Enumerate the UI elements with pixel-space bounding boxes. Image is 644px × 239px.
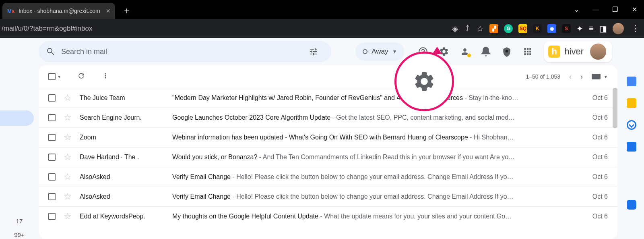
search-tune-icon[interactable] bbox=[309, 47, 318, 56]
extensions-puzzle-icon[interactable]: ✦ bbox=[576, 24, 583, 33]
ext-analytics-icon[interactable]: ▞ bbox=[489, 24, 498, 33]
subject-line: Would you stick, or Bonanza? - And The T… bbox=[172, 154, 584, 161]
bookmark-icon[interactable]: ☆ bbox=[477, 24, 484, 33]
ext-recorder-icon[interactable]: ◉ bbox=[547, 24, 556, 33]
minimize-icon[interactable]: — bbox=[586, 6, 605, 13]
row-checkbox[interactable] bbox=[48, 114, 56, 121]
tab-dropdown-icon[interactable]: ⌄ bbox=[567, 6, 586, 13]
hiver-shield-icon[interactable] bbox=[502, 46, 512, 57]
side-panel-icon[interactable]: ◨ bbox=[599, 24, 607, 33]
email-date: Oct 6 bbox=[584, 213, 608, 220]
search-placeholder: Search in mail bbox=[61, 48, 107, 56]
subject-line: My thoughts on the Google Helpful Conten… bbox=[172, 213, 584, 220]
tab-title: Inbox - shobhana.m@grexit.com bbox=[19, 8, 103, 14]
chrome-menu-icon[interactable]: ⋮ bbox=[631, 23, 640, 34]
page-info: 1–50 of 1,053 bbox=[526, 73, 560, 80]
nav-count-a: 17 bbox=[0, 214, 39, 228]
subject-line: Webinar information has been updated - W… bbox=[172, 134, 584, 141]
email-date: Oct 6 bbox=[584, 134, 608, 141]
status-chip[interactable]: Away ▼ bbox=[355, 42, 404, 61]
scrollbar[interactable] bbox=[613, 88, 617, 128]
prev-page-icon[interactable]: ‹ bbox=[569, 73, 572, 81]
nav-count-b: 99+ bbox=[0, 228, 39, 239]
sender: AlsoAsked bbox=[80, 193, 172, 200]
calendar-icon[interactable] bbox=[627, 77, 636, 86]
ext-grammarly-icon[interactable]: G bbox=[504, 24, 513, 33]
inbox-toolbar: ▼ 1–50 of 1,053 ‹ › ▼ bbox=[39, 65, 617, 88]
hiver-label: hiver bbox=[564, 46, 584, 57]
star-icon[interactable]: ☆ bbox=[64, 172, 72, 182]
ext-seo-icon[interactable]: SQ bbox=[518, 24, 527, 33]
status-dot-icon bbox=[363, 49, 367, 54]
email-row[interactable]: ☆Dave Harland · The .Would you stick, or… bbox=[39, 147, 617, 167]
url-text[interactable]: /mail/u/0/?tab=rm&ogbl#inbox bbox=[2, 25, 452, 33]
extension-icons: ▞ G SQ K ◉ S ✦ ≡ ◨ bbox=[489, 23, 624, 34]
star-icon[interactable]: ☆ bbox=[64, 152, 72, 162]
sender: Zoom bbox=[80, 134, 172, 141]
nav-selected-item[interactable] bbox=[0, 110, 34, 126]
sender: The Juice Team bbox=[80, 94, 172, 102]
star-icon[interactable]: ☆ bbox=[64, 132, 72, 143]
apps-grid-icon[interactable] bbox=[522, 46, 533, 57]
ext-k-icon[interactable]: K bbox=[533, 24, 542, 33]
hiver-avatar[interactable] bbox=[590, 44, 606, 60]
star-icon[interactable]: ☆ bbox=[64, 191, 72, 202]
addon-icon[interactable] bbox=[627, 200, 636, 210]
email-row[interactable]: ☆AlsoAskedVerify Email Change - Hello! P… bbox=[39, 187, 617, 206]
hiver-button[interactable]: h hiver bbox=[544, 41, 612, 62]
profile-avatar-icon[interactable] bbox=[613, 23, 624, 34]
email-row[interactable]: ☆The Juice Team"Modern Day Marketer High… bbox=[39, 88, 617, 108]
ext-s-icon[interactable]: S bbox=[562, 24, 571, 33]
subject-line: "Modern Day Marketer Highlights w/ Jared… bbox=[172, 94, 584, 102]
row-checkbox[interactable] bbox=[48, 134, 56, 141]
email-date: Oct 6 bbox=[584, 173, 608, 181]
settings-callout-annotation bbox=[394, 52, 454, 111]
more-menu-icon[interactable] bbox=[101, 72, 109, 81]
next-page-icon[interactable]: › bbox=[580, 73, 583, 81]
row-checkbox[interactable] bbox=[48, 213, 56, 220]
star-icon[interactable]: ☆ bbox=[64, 211, 72, 222]
share-icon[interactable]: ⤴ bbox=[465, 24, 469, 33]
email-date: Oct 6 bbox=[584, 193, 608, 200]
gmail-favicon: Ma bbox=[7, 8, 14, 14]
refresh-icon[interactable] bbox=[77, 72, 85, 81]
star-icon[interactable]: ☆ bbox=[64, 93, 72, 103]
svg-point-0 bbox=[506, 50, 508, 53]
star-icon[interactable]: ☆ bbox=[64, 112, 72, 123]
email-row[interactable]: ☆AlsoAskedVerify Email Change - Hello! P… bbox=[39, 167, 617, 187]
email-row[interactable]: ☆Edd at KeywordsPeop.My thoughts on the … bbox=[39, 206, 617, 226]
browser-tab[interactable]: Ma Inbox - shobhana.m@grexit.com × bbox=[2, 3, 115, 19]
sender: Dave Harland · The . bbox=[80, 154, 172, 161]
row-checkbox[interactable] bbox=[48, 94, 56, 102]
email-row[interactable]: ☆Search Engine Journ.Google Launches Oct… bbox=[39, 108, 617, 127]
select-all-checkbox[interactable] bbox=[48, 73, 56, 80]
close-tab-icon[interactable]: × bbox=[106, 7, 110, 15]
subject-line: Google Launches October 2023 Core Algori… bbox=[172, 114, 584, 121]
search-input[interactable]: Search in mail bbox=[39, 41, 331, 62]
contacts-panel-icon[interactable] bbox=[627, 142, 636, 152]
row-checkbox[interactable] bbox=[48, 193, 56, 200]
tasks-icon[interactable] bbox=[627, 120, 636, 130]
select-dropdown-icon[interactable]: ▼ bbox=[57, 75, 61, 79]
subject-line: Verify Email Change - Hello! Please clic… bbox=[172, 193, 584, 200]
gear-icon bbox=[413, 70, 436, 93]
sender: Search Engine Journ. bbox=[80, 114, 172, 121]
email-row[interactable]: ☆ZoomWebinar information has been update… bbox=[39, 127, 617, 147]
close-window-icon[interactable]: ✕ bbox=[625, 6, 644, 13]
gmail-top-bar: Search in mail Away ▼ h hiver bbox=[39, 38, 619, 65]
contacts-icon[interactable] bbox=[460, 46, 470, 57]
maximize-icon[interactable]: ❐ bbox=[605, 6, 625, 13]
input-tools-button[interactable]: ▼ bbox=[592, 74, 608, 79]
row-checkbox[interactable] bbox=[48, 154, 56, 161]
email-date: Oct 6 bbox=[584, 94, 608, 102]
reading-list-icon[interactable]: ≡ bbox=[589, 24, 594, 33]
browser-tab-strip: Ma Inbox - shobhana.m@grexit.com × + ⌄ —… bbox=[0, 0, 644, 19]
new-tab-button[interactable]: + bbox=[120, 5, 134, 17]
row-checkbox[interactable] bbox=[48, 173, 56, 181]
notifications-bell-icon[interactable] bbox=[481, 46, 491, 57]
lens-icon[interactable]: ◈ bbox=[452, 24, 458, 33]
keep-icon[interactable] bbox=[627, 98, 636, 108]
email-date: Oct 6 bbox=[584, 154, 608, 161]
subject-line: Verify Email Change - Hello! Please clic… bbox=[172, 173, 584, 181]
chevron-down-icon: ▼ bbox=[392, 49, 397, 54]
